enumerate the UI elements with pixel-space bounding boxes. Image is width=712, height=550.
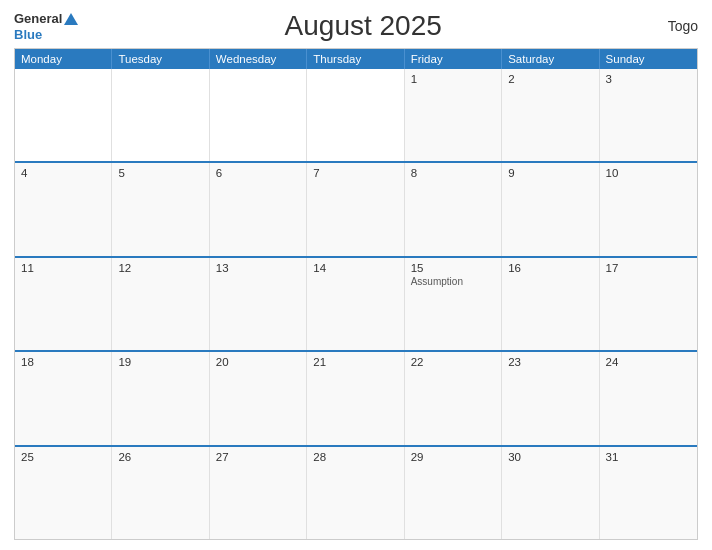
day-number: 11 — [21, 262, 105, 274]
logo-general: General — [14, 11, 62, 26]
table-row — [210, 69, 307, 161]
logo-line1: General — [14, 10, 78, 26]
table-row: 13 — [210, 258, 307, 350]
day-number: 14 — [313, 262, 397, 274]
day-number: 3 — [606, 73, 691, 85]
day-number: 27 — [216, 451, 300, 463]
table-row: 17 — [600, 258, 697, 350]
table-row: 21 — [307, 352, 404, 444]
day-number: 23 — [508, 356, 592, 368]
table-row: 11 — [15, 258, 112, 350]
table-row: 25 — [15, 447, 112, 539]
table-row: 20 — [210, 352, 307, 444]
week-5: 25262728293031 — [15, 445, 697, 539]
day-number: 1 — [411, 73, 495, 85]
table-row: 30 — [502, 447, 599, 539]
week-2: 45678910 — [15, 161, 697, 255]
table-row: 10 — [600, 163, 697, 255]
header-saturday: Saturday — [502, 49, 599, 69]
header: General Blue August 2025 Togo — [14, 10, 698, 42]
calendar-header: Monday Tuesday Wednesday Thursday Friday… — [15, 49, 697, 69]
day-event: Assumption — [411, 276, 495, 287]
day-number: 12 — [118, 262, 202, 274]
day-number: 4 — [21, 167, 105, 179]
table-row — [15, 69, 112, 161]
table-row: 29 — [405, 447, 502, 539]
day-number: 25 — [21, 451, 105, 463]
day-number: 17 — [606, 262, 691, 274]
day-number: 10 — [606, 167, 691, 179]
table-row: 9 — [502, 163, 599, 255]
table-row: 15Assumption — [405, 258, 502, 350]
day-number: 15 — [411, 262, 495, 274]
header-wednesday: Wednesday — [210, 49, 307, 69]
table-row: 8 — [405, 163, 502, 255]
day-number: 20 — [216, 356, 300, 368]
day-number: 18 — [21, 356, 105, 368]
table-row: 6 — [210, 163, 307, 255]
week-1: 123 — [15, 69, 697, 161]
day-number: 24 — [606, 356, 691, 368]
calendar-title: August 2025 — [78, 10, 648, 42]
logo: General Blue — [14, 10, 78, 42]
table-row: 5 — [112, 163, 209, 255]
table-row: 12 — [112, 258, 209, 350]
day-number: 29 — [411, 451, 495, 463]
table-row: 18 — [15, 352, 112, 444]
table-row: 16 — [502, 258, 599, 350]
day-number: 9 — [508, 167, 592, 179]
logo-line2: Blue — [14, 26, 42, 42]
table-row: 26 — [112, 447, 209, 539]
table-row: 24 — [600, 352, 697, 444]
table-row — [307, 69, 404, 161]
header-monday: Monday — [15, 49, 112, 69]
table-row: 1 — [405, 69, 502, 161]
header-thursday: Thursday — [307, 49, 404, 69]
header-tuesday: Tuesday — [112, 49, 209, 69]
day-number: 28 — [313, 451, 397, 463]
country-label: Togo — [648, 18, 698, 34]
day-number: 21 — [313, 356, 397, 368]
day-number: 26 — [118, 451, 202, 463]
week-3: 1112131415Assumption1617 — [15, 256, 697, 350]
day-number: 16 — [508, 262, 592, 274]
logo-triangle-icon — [64, 13, 78, 25]
calendar-body: 123456789101112131415Assumption161718192… — [15, 69, 697, 539]
day-number: 13 — [216, 262, 300, 274]
calendar: Monday Tuesday Wednesday Thursday Friday… — [14, 48, 698, 540]
day-number: 6 — [216, 167, 300, 179]
day-number: 19 — [118, 356, 202, 368]
page: General Blue August 2025 Togo Monday Tue… — [0, 0, 712, 550]
day-number: 8 — [411, 167, 495, 179]
table-row: 27 — [210, 447, 307, 539]
week-4: 18192021222324 — [15, 350, 697, 444]
table-row: 3 — [600, 69, 697, 161]
day-number: 7 — [313, 167, 397, 179]
table-row: 7 — [307, 163, 404, 255]
table-row: 14 — [307, 258, 404, 350]
logo-blue: Blue — [14, 27, 42, 42]
table-row — [112, 69, 209, 161]
day-number: 31 — [606, 451, 691, 463]
day-number: 30 — [508, 451, 592, 463]
day-number: 5 — [118, 167, 202, 179]
day-number: 22 — [411, 356, 495, 368]
table-row: 28 — [307, 447, 404, 539]
table-row: 4 — [15, 163, 112, 255]
table-row: 31 — [600, 447, 697, 539]
table-row: 2 — [502, 69, 599, 161]
table-row: 19 — [112, 352, 209, 444]
table-row: 22 — [405, 352, 502, 444]
table-row: 23 — [502, 352, 599, 444]
header-friday: Friday — [405, 49, 502, 69]
day-number: 2 — [508, 73, 592, 85]
header-sunday: Sunday — [600, 49, 697, 69]
